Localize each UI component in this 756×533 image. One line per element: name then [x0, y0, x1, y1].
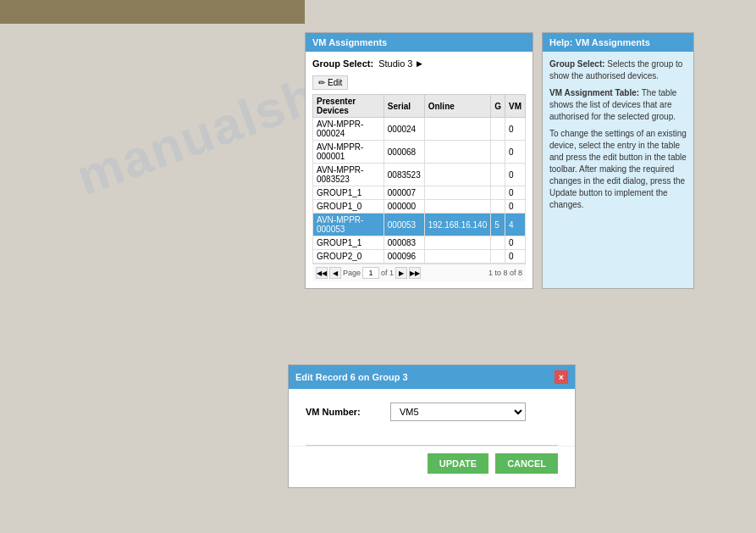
vm-assignments-panel: VM Assignments Group Select: Studio 3 ▶ …: [305, 32, 533, 289]
cell-2: 192.168.16.140: [424, 214, 491, 236]
help-panel: Help: VM Assignments Group Select: Selec…: [542, 32, 694, 289]
cell-2: [424, 118, 491, 141]
cell-0: AVN-MPPR-000053: [313, 214, 384, 236]
col-online: Online: [424, 95, 491, 118]
cell-1: 000000: [384, 200, 424, 214]
group-select-label: Group Select:: [312, 58, 373, 69]
cell-4: 0: [505, 118, 526, 141]
help-vm-table: VM Assignment Table: The table shows the…: [549, 87, 687, 123]
vm-number-select[interactable]: VM1VM2VM3VM4VM5VM6VM7VM8: [390, 403, 526, 421]
cell-2: [424, 236, 491, 250]
last-page-btn[interactable]: ▶▶: [409, 267, 421, 279]
cell-2: [424, 250, 491, 264]
dialog-footer: UPDATE CANCEL: [289, 446, 575, 487]
main-content: VM Assignments Group Select: Studio 3 ▶ …: [288, 24, 756, 297]
cell-3: [491, 186, 505, 200]
table-footer: ◀◀ ◀ Page of 1 ▶ ▶▶ 1 to 8 of 8: [312, 264, 526, 281]
group-select-value[interactable]: Studio 3 ▶: [378, 58, 422, 69]
cell-1: 000083: [384, 236, 424, 250]
help-group-select: Group Select: Selects the group to show …: [549, 58, 687, 82]
cell-0: AVN-MPPR-000001: [313, 141, 384, 164]
table-row[interactable]: GROUP1_00000000: [313, 200, 526, 214]
page-label: Page: [343, 269, 361, 277]
vm-number-row: VM Number: VM1VM2VM3VM4VM5VM6VM7VM8: [306, 403, 558, 421]
cell-1: 000024: [384, 118, 424, 141]
pagination-controls: ◀◀ ◀ Page of 1 ▶ ▶▶: [316, 267, 421, 279]
cell-1: 000068: [384, 141, 424, 164]
prev-page-btn[interactable]: ◀: [329, 267, 341, 279]
dialog-title: Edit Record 6 on Group 3: [295, 372, 408, 382]
cell-3: [491, 164, 505, 186]
cell-4: 4: [505, 214, 526, 236]
dialog-close-button[interactable]: ×: [555, 370, 568, 384]
table-row[interactable]: AVN-MPPR-0000240000240: [313, 118, 526, 141]
cell-4: 0: [505, 236, 526, 250]
cell-4: 0: [505, 186, 526, 200]
vm-number-label: VM Number:: [306, 407, 382, 417]
cell-4: 0: [505, 164, 526, 186]
col-g: G: [491, 95, 505, 118]
cell-3: [491, 200, 505, 214]
help-group-select-label: Group Select:: [549, 59, 605, 69]
col-vm: VM: [505, 95, 526, 118]
cell-1: 0083523: [384, 164, 424, 186]
edit-dialog: Edit Record 6 on Group 3 × VM Number: VM…: [288, 364, 576, 488]
first-page-btn[interactable]: ◀◀: [316, 267, 328, 279]
page-range: 1 to 8 of 8: [488, 269, 522, 277]
top-bar: [0, 0, 305, 24]
edit-button[interactable]: ✏ Edit: [312, 75, 348, 90]
table-row[interactable]: GROUP1_10000070: [313, 186, 526, 200]
cell-0: GROUP2_0: [313, 250, 384, 264]
of-label: of 1: [381, 269, 394, 277]
table-row[interactable]: GROUP1_10000830: [313, 236, 526, 250]
edit-button-label: Edit: [328, 78, 342, 87]
col-presenter-devices: Presenter Devices: [313, 95, 384, 118]
vm-assignments-header: VM Assignments: [306, 33, 533, 52]
group-select-arrow-icon: ▶: [417, 59, 422, 68]
cell-2: [424, 141, 491, 164]
cell-0: AVN-MPPR-0083523: [313, 164, 384, 186]
cell-3: [491, 236, 505, 250]
next-page-btn[interactable]: ▶: [395, 267, 407, 279]
vm-assignments-body: Group Select: Studio 3 ▶ ✏ Edit Presente…: [306, 52, 533, 288]
cancel-button[interactable]: CANCEL: [495, 453, 558, 474]
dialog-body: VM Number: VM1VM2VM3VM4VM5VM6VM7VM8: [289, 389, 575, 445]
cell-1: 000096: [384, 250, 424, 264]
cell-0: GROUP1_1: [313, 236, 384, 250]
table-row[interactable]: AVN-MPPR-008352300835230: [313, 164, 526, 186]
update-button[interactable]: UPDATE: [428, 453, 488, 474]
help-vm-table-label: VM Assignment Table:: [549, 88, 639, 97]
cell-2: [424, 186, 491, 200]
page-input[interactable]: [362, 267, 379, 279]
cell-0: GROUP1_0: [313, 200, 384, 214]
group-select-text: Studio 3: [378, 58, 412, 69]
cell-4: 0: [505, 250, 526, 264]
dialog-header: Edit Record 6 on Group 3 ×: [289, 365, 575, 389]
table-row[interactable]: GROUP2_00000960: [313, 250, 526, 264]
cell-3: [491, 141, 505, 164]
help-panel-header: Help: VM Assignments: [543, 33, 693, 52]
cell-3: [491, 118, 505, 141]
devices-table: Presenter Devices Serial Online G VM AVN…: [312, 94, 526, 264]
cell-4: 0: [505, 141, 526, 164]
cell-3: 5: [491, 214, 505, 236]
cell-0: GROUP1_1: [313, 186, 384, 200]
cell-2: [424, 200, 491, 214]
cell-2: [424, 164, 491, 186]
table-row[interactable]: AVN-MPPR-0000010000680: [313, 141, 526, 164]
cell-1: 000007: [384, 186, 424, 200]
cell-0: AVN-MPPR-000024: [313, 118, 384, 141]
cell-1: 000053: [384, 214, 424, 236]
cell-4: 0: [505, 200, 526, 214]
group-select-row: Group Select: Studio 3 ▶: [312, 58, 526, 69]
table-row[interactable]: AVN-MPPR-000053000053192.168.16.14054: [313, 214, 526, 236]
col-serial: Serial: [384, 95, 424, 118]
help-change-text: To change the settings of an existing de…: [549, 128, 687, 211]
pencil-icon: ✏: [318, 78, 325, 87]
cell-3: [491, 250, 505, 264]
